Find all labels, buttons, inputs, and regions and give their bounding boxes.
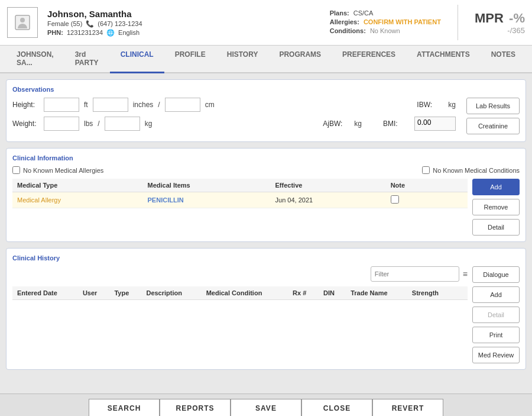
allergy-extra-cell [445, 192, 468, 208]
ft-unit: ft [84, 101, 88, 109]
bottom-bar: SEARCH REPORTS SAVE CLOSE REVERT [0, 394, 532, 416]
slash1: / [158, 101, 160, 109]
observations-content: Height: ft inches / cm IBW: kg Weight: [12, 98, 456, 136]
conditions-value: No Known [370, 27, 400, 34]
patient-header: Johnson, Samantha Female (55) 📞 (647) 12… [0, 0, 532, 46]
patient-name: Johnson, Samantha [47, 9, 320, 19]
clinical-info-controls: No Known Medical Allergies No Known Medi… [12, 166, 520, 174]
header-separator [458, 5, 458, 40]
weight-lbs-input[interactable] [44, 117, 79, 131]
clinical-info-table: Medical Type Medical Items Effective Not… [12, 179, 468, 208]
lab-results-button[interactable]: Lab Results [466, 98, 520, 114]
height-ft-input[interactable] [44, 98, 79, 112]
bmi-label: BMI: [383, 120, 410, 128]
main-content: Observations Height: ft inches / cm IBW:… [0, 73, 532, 394]
tab-attachments[interactable]: ATTACHMENTS [406, 46, 481, 73]
col-din: DIN [319, 286, 346, 300]
close-button[interactable]: CLOSE [301, 399, 372, 417]
history-table: Entered Date User Type Description Medic… [12, 286, 468, 300]
no-allergies-checkbox[interactable] [12, 166, 20, 174]
clinical-add-button[interactable]: Add [472, 179, 520, 195]
height-cm-input[interactable] [165, 98, 200, 112]
history-detail-button[interactable]: Detail [472, 307, 520, 323]
revert-button[interactable]: REVERT [372, 399, 443, 417]
history-layout: ≡ Entered Date User Type Description Med… [12, 266, 520, 363]
patient-info: Johnson, Samantha Female (55) 📞 (647) 12… [47, 9, 320, 37]
print-button[interactable]: Print [472, 327, 520, 343]
allergy-item-cell: PENICILLIN [143, 192, 271, 208]
plans-label: Plans: [330, 9, 349, 17]
tab-preferences[interactable]: PREFERENCES [332, 46, 406, 73]
conditions-label: Conditions: [330, 27, 366, 34]
col-trade-name: Trade Name [346, 286, 407, 300]
mpr-pct: -% [509, 11, 525, 25]
tab-3rdparty[interactable]: 3rd PARTY [64, 46, 110, 73]
col-medical-type: Medical Type [12, 179, 143, 192]
phone-number: (647) 123-1234 [98, 20, 142, 27]
language: English [118, 29, 140, 36]
clinical-remove-button[interactable]: Remove [472, 199, 520, 215]
clinical-history-title: Clinical History [12, 254, 520, 262]
filter-bar: ≡ [12, 266, 468, 282]
creatinine-button[interactable]: Creatinine [466, 118, 520, 134]
no-conditions-checkbox[interactable] [422, 166, 430, 174]
allergy-note-checkbox[interactable] [391, 195, 399, 204]
med-review-button[interactable]: Med Review [472, 347, 520, 363]
col-extra [455, 286, 468, 300]
mpr-days: -/365 [475, 26, 525, 35]
col-entered-date: Entered Date [12, 286, 78, 300]
allergies-value: CONFIRM WITH PATIENT [364, 18, 441, 25]
no-allergies-checkbox-label[interactable]: No Known Medical Allergies [12, 166, 103, 174]
tab-history[interactable]: HISTORY [216, 46, 269, 73]
gender-age: Female (55) [47, 20, 82, 27]
history-add-button[interactable]: Add [472, 286, 520, 303]
height-row: Height: ft inches / cm IBW: kg [12, 98, 456, 112]
phn-label: PHN: [47, 29, 63, 36]
dialogue-button[interactable]: Dialogue [472, 266, 520, 283]
col-medical-items: Medical Items [143, 179, 271, 192]
observations-title: Observations [12, 86, 520, 93]
weight-kg-input[interactable] [105, 117, 140, 131]
clinical-history-section: Clinical History ≡ Entered Date User Typ… [6, 248, 526, 370]
tab-programs[interactable]: PROGRAMS [268, 46, 332, 73]
filter-icon[interactable]: ≡ [463, 269, 468, 279]
lbs-unit: lbs [84, 120, 93, 128]
clinical-info-section: Clinical Information No Known Medical Al… [6, 148, 526, 242]
ajbw-label: AjBW: [323, 120, 349, 128]
kg-unit: kg [145, 120, 153, 128]
inches-unit: inches [133, 101, 154, 109]
clinical-layout: Medical Type Medical Items Effective Not… [12, 179, 520, 236]
bmi-value: 0.00 [414, 117, 456, 131]
save-button[interactable]: SAVE [231, 399, 301, 417]
tab-clinical[interactable]: CLINICAL [110, 46, 164, 73]
search-button[interactable]: SEARCH [89, 399, 160, 417]
col-empty [445, 179, 468, 192]
height-inches-input[interactable] [93, 98, 128, 112]
tab-profile[interactable]: PROFILE [164, 46, 216, 73]
reports-button[interactable]: REPORTS [160, 399, 231, 417]
allergies-label: Allergies: [330, 18, 359, 25]
plans-value: CS/CA [353, 9, 374, 17]
globe-icon: 🌐 [106, 29, 115, 37]
height-label: Height: [12, 101, 39, 109]
clinical-info-table-container: Medical Type Medical Items Effective Not… [12, 179, 468, 236]
tabs-bar: JOHNSON, SA... 3rd PARTY CLINICAL PROFIL… [0, 46, 532, 73]
col-description: Description [141, 286, 201, 300]
col-user: User [78, 286, 110, 300]
allergy-date-cell: Jun 04, 2021 [271, 192, 386, 208]
tab-notes[interactable]: NOTES [481, 46, 526, 73]
col-effective: Effective [271, 179, 386, 192]
filter-input[interactable] [371, 266, 459, 282]
no-allergies-label: No Known Medical Allergies [23, 167, 103, 174]
plan-info: Plans: CS/CA Allergies: CONFIRM WITH PAT… [330, 9, 441, 36]
col-strength: Strength [407, 286, 455, 300]
weight-label: Weight: [12, 120, 39, 128]
col-rx: Rx # [288, 286, 319, 300]
no-conditions-checkbox-label[interactable]: No Known Medical Conditions [422, 166, 520, 174]
cm-unit: cm [205, 101, 215, 109]
tab-johnson[interactable]: JOHNSON, SA... [6, 46, 64, 73]
clinical-detail-button[interactable]: Detail [472, 219, 520, 236]
table-row: Medical Allergy PENICILLIN Jun 04, 2021 [12, 192, 468, 208]
allergy-type-cell: Medical Allergy [12, 192, 143, 208]
allergy-note-cell [386, 192, 445, 208]
